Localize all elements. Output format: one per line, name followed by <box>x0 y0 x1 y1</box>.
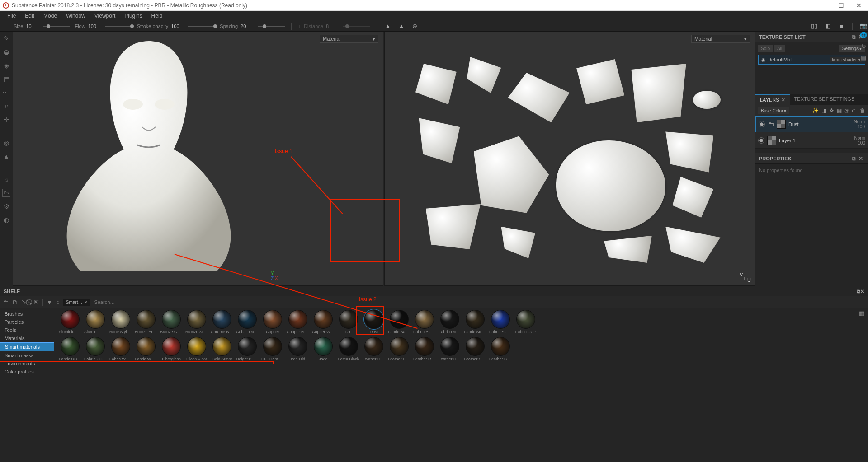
viewport-3d[interactable]: Material▾ Y Z X <box>13 32 383 286</box>
shelf-category[interactable]: Smart masks <box>0 351 54 359</box>
maximize-button[interactable]: ☐ <box>832 0 850 11</box>
smart-material-item[interactable]: Leather Da… <box>363 337 385 361</box>
solo-button[interactable]: Solo <box>758 45 773 52</box>
smart-material-item[interactable]: Fabric Stret… <box>464 310 486 334</box>
layer-row[interactable]: Layer 1 Norm100 <box>755 132 868 149</box>
add-fill-icon[interactable]: ▦ <box>837 107 842 114</box>
effect-icon[interactable]: ✨ <box>812 107 819 114</box>
smart-material-item[interactable]: Jade <box>312 337 335 361</box>
layer-name[interactable]: Layer 1 <box>779 138 852 143</box>
shader-dropdown[interactable]: Main shader ▾ <box>830 57 862 62</box>
smart-material-item[interactable]: Leather Fin… <box>388 337 410 361</box>
smart-material-item[interactable]: Height Blend <box>236 337 259 361</box>
channel-dropdown[interactable]: Base Color▾ <box>758 107 789 114</box>
shelf-import-icon[interactable]: ⇲ <box>22 299 27 306</box>
smart-material-item[interactable]: Glass Visor <box>185 337 208 361</box>
menu-mode[interactable]: Mode <box>39 13 61 19</box>
add-layer-icon[interactable]: ❖ <box>829 107 834 114</box>
panel-close-icon[interactable]: ✕ <box>857 155 864 162</box>
render-mode-dropdown-2d[interactable]: Material▾ <box>691 35 750 43</box>
tab-texture-set-settings[interactable]: TEXTURE SET SETTINGS <box>790 94 859 105</box>
layer-visibility-icon[interactable] <box>758 137 764 144</box>
filter-chip[interactable]: Smart…✕ <box>63 299 91 306</box>
mask-icon[interactable]: ◨ <box>821 107 826 114</box>
filter-icon[interactable]: ▼ <box>47 299 52 306</box>
camera-icon[interactable]: 📷 <box>859 22 868 31</box>
smart-material-item[interactable]: Fabric Base… <box>388 310 410 334</box>
smart-material-item[interactable]: Aluminium … <box>59 310 81 334</box>
render-mode-dropdown-3d[interactable]: Material▾ <box>320 35 378 43</box>
symmetry-icon[interactable]: ▲ <box>383 22 392 31</box>
smart-material-item[interactable]: Bronze Arm… <box>135 310 157 334</box>
smart-material-item[interactable]: Bone Stylized <box>109 310 132 334</box>
all-button[interactable]: All <box>774 45 785 52</box>
baking-icon[interactable]: ▲ <box>2 152 10 160</box>
brush-size-value[interactable]: 10 <box>26 23 40 29</box>
layer-thumb[interactable] <box>767 136 776 145</box>
smart-material-item[interactable]: Leather Sea… <box>439 337 461 361</box>
shelf-folder-icon[interactable]: 🗀 <box>3 299 9 306</box>
menu-plugins[interactable]: Plugins <box>120 13 146 19</box>
globe-icon[interactable]: 🌐 <box>860 32 867 38</box>
settings-icon[interactable]: ⚙ <box>2 202 10 210</box>
shelf-category[interactable]: Color profiles <box>0 368 54 376</box>
smart-material-item[interactable]: Leather Ro… <box>413 337 436 361</box>
smart-material-item[interactable]: Leather Sofa <box>489 337 512 361</box>
clear-filter-icon[interactable]: ○ <box>56 299 60 306</box>
brush-opacity-slider[interactable] <box>188 26 215 27</box>
shelf-category[interactable]: Tools <box>0 326 54 334</box>
iray-icon[interactable]: ☼ <box>2 175 10 183</box>
menu-window[interactable]: Window <box>61 13 90 19</box>
help-icon[interactable]: ◐ <box>2 216 10 224</box>
folder-icon[interactable]: 🗀 <box>768 121 774 128</box>
log-icon[interactable]: ▤ <box>861 54 866 61</box>
panel-popout-icon[interactable]: ⧉ <box>850 34 857 40</box>
projection-tool-icon[interactable]: ◈ <box>2 61 10 70</box>
symmetry-range-icon[interactable]: ⊕ <box>410 22 420 31</box>
menu-file[interactable]: File <box>3 13 20 19</box>
shelf-search-input[interactable] <box>94 299 230 305</box>
menu-edit[interactable]: Edit <box>20 13 39 19</box>
grid-view-icon[interactable]: ▦ <box>859 310 864 317</box>
add-folder-icon[interactable]: 🗀 <box>852 107 857 114</box>
menu-help[interactable]: Help <box>147 13 167 19</box>
smart-material-item[interactable]: Dirt <box>337 310 360 334</box>
viewer-video-icon[interactable]: ■ <box>837 22 846 31</box>
layer-name[interactable]: Dust <box>788 121 851 127</box>
brush-spacing-slider[interactable] <box>258 26 285 27</box>
clone-tool-icon[interactable]: ⎌ <box>2 102 10 110</box>
shelf-category[interactable]: Brushes <box>0 310 54 318</box>
smart-material-item[interactable]: Cobalt Dam… <box>236 310 259 334</box>
shelf-export-icon[interactable]: ⇱ <box>34 299 39 306</box>
close-icon[interactable]: ✕ <box>781 97 785 103</box>
brush-flow-value[interactable]: 100 <box>88 23 103 29</box>
smart-material-item[interactable]: Fabric UCP … <box>59 337 81 361</box>
photoshop-icon[interactable]: Ps <box>2 189 10 197</box>
brush-spacing-value[interactable]: 20 <box>241 23 255 29</box>
close-button[interactable]: ✕ <box>850 0 868 11</box>
smart-material-item[interactable]: Fiberglass <box>160 337 183 361</box>
shelf-category[interactable]: Materials <box>0 334 54 342</box>
brush-opacity-value[interactable]: 100 <box>171 23 185 29</box>
smart-material-item[interactable]: Dust <box>363 310 385 334</box>
smart-material-item[interactable]: Bronze Cor… <box>160 310 183 334</box>
smart-material-item[interactable]: Fabric WO… <box>109 337 132 361</box>
smart-material-item[interactable]: Bronze Stat… <box>185 310 208 334</box>
brush-flow-slider[interactable] <box>105 26 132 27</box>
smart-material-item[interactable]: Gold Armor <box>211 337 233 361</box>
add-smart-icon[interactable]: ◎ <box>844 107 849 114</box>
delete-layer-icon[interactable]: 🗑 <box>860 107 865 114</box>
smart-material-item[interactable]: Leather Sea… <box>464 337 486 361</box>
smart-material-item[interactable]: Fabric UCP … <box>84 337 107 361</box>
brush-tool-icon[interactable]: ✎ <box>2 34 10 42</box>
polygon-fill-tool-icon[interactable]: ▤ <box>2 75 10 83</box>
smart-material-item[interactable]: Aluminium … <box>84 310 107 334</box>
smart-material-item[interactable]: Fabric UCP <box>514 310 537 334</box>
smart-material-item[interactable]: Iron Old <box>287 337 309 361</box>
panel-popout-icon[interactable]: ⧉ <box>850 155 857 162</box>
smart-material-item[interactable]: Copper Red… <box>287 310 309 334</box>
smart-material-item[interactable]: Latex Black <box>337 337 360 361</box>
menu-viewport[interactable]: Viewport <box>90 13 120 19</box>
close-icon[interactable]: ✕ <box>84 300 88 305</box>
smart-material-item[interactable]: Chrome Blu… <box>211 310 233 334</box>
